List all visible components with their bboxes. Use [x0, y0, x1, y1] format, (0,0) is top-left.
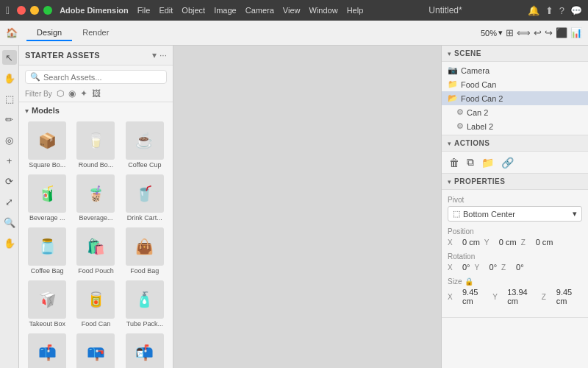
menu-help[interactable]: Help: [347, 6, 364, 15]
scene-section-header[interactable]: ▾ SCENE: [442, 46, 588, 62]
tree-item-camera[interactable]: 📷 Camera: [442, 63, 588, 77]
model-item-food-can[interactable]: 🥫 Food Can: [72, 277, 119, 329]
actions-section: ▾ ACTIONS 🗑 ⧉ 📁 🔗: [442, 135, 588, 174]
scale-tool[interactable]: ⤢: [2, 194, 17, 209]
redo-icon[interactable]: ↪: [545, 27, 553, 38]
grid-icon[interactable]: ⊞: [506, 27, 514, 38]
menu-edit[interactable]: Edit: [159, 6, 173, 15]
size-z-label: Z: [542, 293, 552, 301]
properties-section-header[interactable]: ▾ PROPERTIES: [442, 174, 588, 190]
actions-section-header[interactable]: ▾ ACTIONS: [442, 135, 588, 152]
tree-item-can-2[interactable]: ⚙ Can 2: [442, 105, 588, 119]
help-icon[interactable]: ?: [559, 5, 564, 16]
models-section-header[interactable]: ▾ Models: [19, 102, 173, 117]
size-lock-icon[interactable]: 🔒: [465, 277, 473, 286]
model-thumb-coffee-cup: ☕: [126, 121, 164, 160]
menu-camera[interactable]: Camera: [245, 6, 274, 15]
model-item-coffee-bag[interactable]: 🫙 Coffee Bag: [24, 224, 71, 276]
search-bar[interactable]: 🔍: [25, 70, 167, 84]
properties-toggle-icon: ▾: [448, 178, 451, 185]
tree-item-label-2[interactable]: ⚙ Label 2: [442, 119, 588, 133]
menu-app[interactable]: Adobe Dimension: [60, 6, 129, 15]
menu-object[interactable]: Object: [182, 6, 205, 15]
model-item-food-pouch[interactable]: 🛍️ Food Pouch: [72, 224, 119, 276]
titlebar:  Adobe Dimension File Edit Object Image…: [0, 0, 588, 21]
select-tool[interactable]: ↖: [2, 50, 17, 65]
notification-icon[interactable]: 🔔: [528, 5, 539, 16]
home-icon[interactable]: 🏠: [6, 27, 18, 38]
pen-tool[interactable]: ✏: [2, 112, 17, 127]
zoom-control[interactable]: 50% ▾: [481, 28, 503, 38]
canvas-area[interactable]: [173, 46, 441, 368]
maximize-button[interactable]: [43, 6, 52, 15]
model-item-tall-box[interactable]: 📫 Tall Box: [24, 330, 71, 368]
pos-x-label: X: [448, 238, 458, 247]
zoom-dropdown-icon[interactable]: ▾: [498, 28, 503, 38]
filter-light-icon[interactable]: ✦: [80, 88, 87, 99]
model-item-coffee-cup[interactable]: ☕ Coffee Cup: [121, 118, 168, 170]
rot-y-value[interactable]: 0°: [490, 263, 498, 272]
tab-render[interactable]: Render: [72, 25, 119, 41]
size-y-value[interactable]: 13.94 cm: [507, 288, 537, 305]
menu-file[interactable]: File: [137, 6, 151, 15]
zoom-tool[interactable]: 🔍: [2, 215, 17, 230]
model-item-takeout-box[interactable]: 🥡 Takeout Box: [24, 277, 71, 329]
tree-item-food-can[interactable]: 📁 Food Can: [442, 77, 588, 91]
model-item-tube-pack[interactable]: 🧴 Tube Pack...: [121, 277, 168, 329]
close-button[interactable]: [17, 6, 26, 15]
filter-image-icon[interactable]: 🖼: [92, 88, 101, 99]
tree-item-food-can-2[interactable]: 📂 Food Can 2: [442, 91, 588, 105]
tree-label-can-2: Can 2: [467, 108, 488, 117]
chart-icon[interactable]: 📊: [570, 27, 582, 38]
model-thumb-beverage1: 🧃: [28, 174, 66, 213]
tab-design[interactable]: Design: [26, 25, 72, 41]
document-title: Untitled*: [421, 5, 470, 15]
pos-z-value[interactable]: 0 cm: [536, 238, 553, 247]
comments-icon[interactable]: 💬: [570, 5, 582, 16]
minimize-button[interactable]: [30, 6, 39, 15]
hand-tool[interactable]: ✋: [2, 71, 17, 85]
model-item-food-bag[interactable]: 👜 Food Bag: [121, 224, 168, 276]
undo-icon[interactable]: ↩: [534, 27, 542, 38]
menu-view[interactable]: View: [283, 6, 301, 15]
frame-tool[interactable]: ⬚: [2, 91, 17, 106]
size-label: Size: [448, 277, 462, 286]
model-thumb-food-bag: 👜: [126, 227, 164, 266]
size-z-value[interactable]: 9.45 cm: [556, 288, 582, 305]
chevron-down-icon[interactable]: ▾: [152, 50, 157, 60]
circle-tool[interactable]: ◎: [2, 132, 17, 147]
link-action-icon[interactable]: 🔗: [501, 157, 514, 169]
pan-tool[interactable]: ✋: [2, 236, 17, 250]
pos-x-value[interactable]: 0 cm: [462, 238, 480, 247]
filter-3d-icon[interactable]: ⬡: [57, 88, 64, 99]
size-x-value[interactable]: 9.45 cm: [462, 288, 488, 305]
share-icon[interactable]: ⬆: [545, 5, 553, 16]
model-item-beverage1[interactable]: 🧃 Beverage ...: [24, 171, 71, 223]
align-icon[interactable]: ⟺: [517, 27, 531, 38]
menu-window[interactable]: Window: [309, 6, 338, 15]
rot-z-value[interactable]: 0°: [516, 263, 524, 272]
rot-x-value[interactable]: 0°: [462, 263, 470, 272]
size-x-label: X: [448, 293, 458, 301]
actions-bar: 🗑 ⧉ 📁 🔗: [442, 152, 588, 173]
rotate-tool[interactable]: ⟳: [2, 174, 17, 188]
filter-material-icon[interactable]: ◉: [68, 88, 76, 99]
models-grid: 📦 Square Bo... 🥛 Round Bo... ☕ Coffee Cu…: [19, 117, 173, 368]
menu-image[interactable]: Image: [214, 6, 237, 15]
pos-y-value[interactable]: 0 cm: [499, 238, 517, 247]
render-icon[interactable]: ⬛: [556, 27, 567, 38]
search-input[interactable]: [43, 73, 162, 82]
group-action-icon[interactable]: 📁: [481, 157, 494, 169]
model-item-round-box[interactable]: 🥛 Round Bo...: [72, 118, 119, 170]
duplicate-action-icon[interactable]: ⧉: [467, 156, 474, 169]
model-item-drink-cart[interactable]: 🥤 Drink Cart...: [121, 171, 168, 223]
delete-action-icon[interactable]: 🗑: [449, 157, 459, 169]
model-item-cube-box[interactable]: 📪 Cube Box: [72, 330, 119, 368]
add-tool[interactable]: +: [2, 153, 17, 168]
more-options-icon[interactable]: ···: [159, 50, 167, 60]
model-item-beverage2[interactable]: 🧋 Beverage...: [72, 171, 119, 223]
model-item-square-box[interactable]: 📦 Square Bo...: [24, 118, 71, 170]
model-item-box-with-o[interactable]: 📬 Box with O...: [121, 330, 168, 368]
pivot-dropdown[interactable]: ⬚ Bottom Center ▾: [448, 206, 582, 222]
model-thumb-box-with-o: 📬: [126, 333, 164, 368]
